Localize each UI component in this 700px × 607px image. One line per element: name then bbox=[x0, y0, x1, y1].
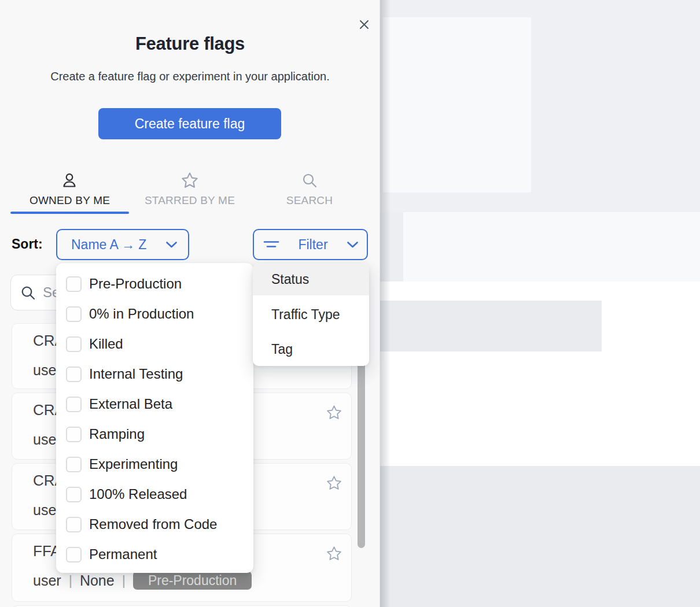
background-footer-block bbox=[380, 466, 700, 607]
checkbox-icon[interactable] bbox=[66, 427, 82, 442]
status-option-experimenting[interactable]: Experimenting bbox=[56, 449, 253, 479]
close-button[interactable] bbox=[354, 14, 374, 34]
person-icon bbox=[61, 172, 78, 189]
create-feature-flag-button[interactable]: Create feature flag bbox=[98, 108, 281, 139]
status-options-dropdown: Pre-Production 0% in Production Killed I… bbox=[56, 263, 253, 573]
status-option-killed[interactable]: Killed bbox=[56, 329, 253, 359]
panel-drop-shadow bbox=[380, 0, 390, 607]
checkbox-icon[interactable] bbox=[66, 457, 82, 472]
filter-menu: Status Traffic Type Tag bbox=[253, 263, 369, 366]
feature-flags-panel: Feature flags Create a feature flag or e… bbox=[0, 0, 380, 607]
background-header-inner-block bbox=[383, 17, 531, 193]
checkbox-icon[interactable] bbox=[66, 306, 82, 322]
page-title: Feature flags bbox=[0, 34, 380, 54]
filter-menu-item-status[interactable]: Status bbox=[253, 263, 369, 295]
checkbox-icon[interactable] bbox=[66, 276, 82, 292]
search-icon bbox=[20, 285, 36, 301]
filter-dropdown[interactable]: Filter bbox=[253, 229, 368, 260]
status-option-100-released[interactable]: 100% Released bbox=[56, 479, 253, 509]
star-icon[interactable] bbox=[326, 405, 342, 420]
close-icon bbox=[359, 20, 369, 29]
star-icon[interactable] bbox=[326, 546, 342, 561]
sort-value: Name A → Z bbox=[71, 237, 146, 253]
checkbox-icon[interactable] bbox=[66, 487, 82, 502]
separator: | bbox=[122, 572, 126, 589]
sort-label: Sort: bbox=[12, 236, 43, 252]
checkbox-icon[interactable] bbox=[66, 397, 82, 412]
status-option-internal-testing[interactable]: Internal Testing bbox=[56, 359, 253, 389]
tab-search[interactable]: SEARCH bbox=[269, 194, 350, 209]
active-tab-underline bbox=[10, 212, 129, 214]
star-icon bbox=[181, 172, 198, 189]
sort-dropdown[interactable]: Name A → Z bbox=[56, 229, 189, 260]
status-option-external-beta[interactable]: External Beta bbox=[56, 389, 253, 419]
checkbox-icon[interactable] bbox=[66, 336, 82, 352]
status-option-permanent[interactable]: Permanent bbox=[56, 539, 253, 569]
status-option-removed-from-code[interactable]: Removed from Code bbox=[56, 509, 253, 539]
filter-menu-item-tag[interactable]: Tag bbox=[253, 333, 369, 365]
background-page bbox=[380, 0, 700, 607]
background-toolbar-block bbox=[380, 212, 700, 282]
tab-owned-by-me[interactable]: OWNED BY ME bbox=[10, 194, 129, 209]
tab-starred-by-me[interactable]: STARRED BY ME bbox=[132, 194, 248, 209]
status-option-0-in-production[interactable]: 0% in Production bbox=[56, 299, 253, 329]
status-option-pre-production[interactable]: Pre-Production bbox=[56, 269, 253, 299]
status-option-ramping[interactable]: Ramping bbox=[56, 419, 253, 449]
filter-menu-item-traffic-type[interactable]: Traffic Type bbox=[253, 298, 369, 331]
background-content-bar bbox=[380, 301, 602, 351]
separator: | bbox=[69, 572, 72, 589]
checkbox-icon[interactable] bbox=[66, 547, 82, 562]
filter-label: Filter bbox=[298, 237, 327, 253]
checkbox-icon[interactable] bbox=[66, 517, 82, 532]
chevron-down-icon bbox=[165, 241, 178, 249]
filter-lines-icon bbox=[263, 239, 279, 250]
search-icon bbox=[301, 172, 318, 189]
chevron-down-icon bbox=[347, 241, 359, 249]
status-badge: Pre-Production bbox=[133, 571, 252, 590]
page-subtitle: Create a feature flag or experiment in y… bbox=[0, 70, 380, 83]
star-icon[interactable] bbox=[326, 475, 342, 491]
checkbox-icon[interactable] bbox=[66, 367, 82, 382]
